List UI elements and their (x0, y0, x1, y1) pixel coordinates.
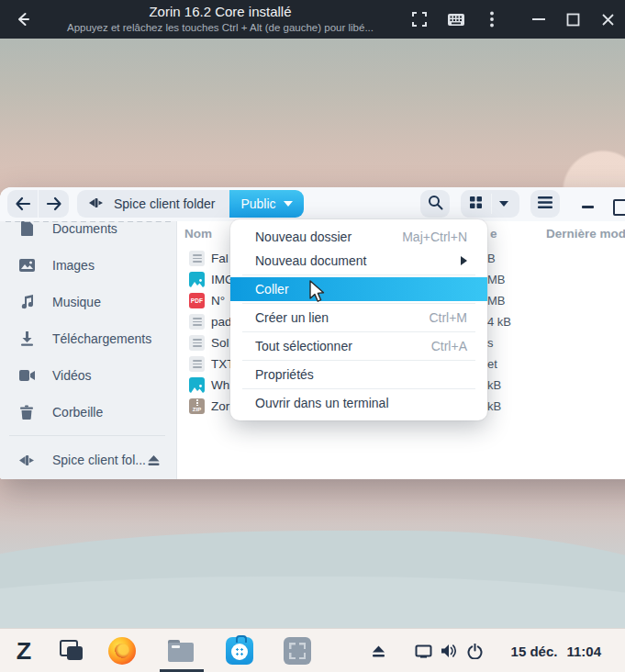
sidebar-item-label: Musique (52, 295, 101, 309)
sidebar-item-label: Documents (52, 221, 117, 236)
sidebar-item-music[interactable]: Musique (0, 284, 176, 320)
maximize-icon[interactable] (561, 7, 585, 31)
kebab-menu-icon[interactable] (480, 7, 504, 31)
text-file-icon (189, 251, 205, 266)
trash-icon (18, 404, 35, 420)
view-mode-split-button[interactable] (461, 190, 519, 218)
download-icon (18, 330, 35, 347)
window-maximize-button[interactable] (613, 199, 625, 216)
menu-item-label: Nouveau document (255, 253, 461, 268)
sidebar-item-documents[interactable]: Documents (0, 221, 176, 247)
column-header-modified[interactable]: Dernière modi (546, 227, 625, 241)
taskbar-clock[interactable]: 15 déc. 11:04 (511, 629, 601, 672)
files-app-button[interactable] (165, 635, 196, 666)
zorin-menu-button[interactable]: Z (8, 635, 39, 666)
window-minimize-button[interactable] (582, 206, 594, 208)
menu-separator (242, 274, 475, 275)
menu-item-label: Propriétés (255, 367, 467, 382)
file-size: MB (487, 294, 506, 308)
file-name: pad (211, 315, 232, 329)
sidebar-item-label: Spice client fol... (52, 453, 146, 467)
window-switcher-button[interactable] (56, 635, 87, 666)
back-arrow-icon[interactable] (11, 7, 35, 31)
pathbar-root-label: Spice client folder (114, 196, 216, 211)
sidebar-item-label: Téléchargements (52, 331, 151, 346)
folder-context-menu: Nouveau dossier Maj+Ctrl+N Nouveau docum… (230, 219, 487, 420)
file-name: Sol (211, 336, 229, 350)
menu-item-label: Ouvrir dans un terminal (255, 396, 467, 410)
sidebar-item-videos[interactable]: Vidéos (0, 357, 176, 394)
file-size: et (487, 357, 497, 371)
menu-item-creer-un-lien[interactable]: Créer un lien Ctrl+M (230, 306, 487, 330)
file-size: kB (487, 399, 501, 413)
file-size: B (487, 252, 496, 265)
volume-icon (441, 644, 457, 658)
eject-icon[interactable] (143, 450, 163, 470)
file-name: Fal (211, 252, 229, 265)
menu-item-label: Coller (255, 282, 467, 297)
image-icon (18, 257, 35, 274)
sidebar-item-images[interactable]: Images (0, 247, 176, 284)
file-size: s (487, 336, 494, 350)
eject-button[interactable] (363, 635, 394, 666)
menu-item-ouvrir-terminal[interactable]: Ouvrir dans un terminal (230, 391, 487, 415)
nav-forward-button[interactable] (39, 190, 69, 218)
display-icon (415, 644, 432, 658)
file-manager-toolbar: Spice client folder Public (0, 187, 625, 222)
folder-icon (167, 639, 195, 663)
menu-separator (242, 331, 475, 332)
keyboard-icon[interactable] (444, 7, 468, 31)
viewer-titlebar: Zorin 16.2 Core installé Appuyez et relâ… (0, 0, 625, 39)
screenshot-tool-icon (284, 637, 311, 665)
drive-icon (89, 196, 104, 212)
viewer-subtitle: Appuyez et relâchez les touches Ctrl + A… (55, 20, 385, 35)
software-store-icon (226, 637, 253, 665)
file-name: N° (211, 294, 225, 308)
column-header-name[interactable]: Nom (184, 227, 212, 241)
places-sidebar: Documents Images Musique (0, 221, 177, 479)
file-size: 4 kB (487, 315, 511, 329)
submenu-arrow-icon (461, 256, 467, 265)
pathbar-root-segment[interactable]: Spice client folder (77, 190, 229, 218)
menu-item-shortcut: Ctrl+M (429, 310, 467, 325)
minimize-icon[interactable] (527, 7, 551, 31)
nav-back-button[interactable] (7, 190, 38, 218)
menu-item-tout-selectionner[interactable]: Tout sélectionner Ctrl+A (230, 334, 487, 358)
chevron-down-icon (499, 201, 508, 207)
power-button[interactable] (459, 635, 490, 666)
close-icon[interactable] (596, 7, 619, 31)
drop-indicator (6, 221, 171, 222)
sidebar-item-downloads[interactable]: Téléchargements (0, 320, 176, 357)
video-icon (18, 367, 35, 384)
sidebar-item-trash[interactable]: Corbeille (0, 394, 176, 431)
firefox-button[interactable] (106, 635, 138, 666)
menu-item-coller[interactable]: Coller (230, 277, 487, 301)
firefox-icon (108, 637, 136, 665)
chevron-down-icon (284, 201, 293, 207)
search-icon (428, 195, 443, 214)
sidebar-item-spice-client-folder[interactable]: Spice client fol... (0, 442, 176, 478)
zorin-logo-icon: Z (17, 638, 32, 665)
power-icon (467, 644, 483, 659)
menu-item-nouveau-document[interactable]: Nouveau document (230, 249, 487, 273)
sidebar-item-label: Images (52, 258, 95, 273)
menu-separator (242, 360, 475, 361)
menu-item-label: Tout sélectionner (255, 339, 431, 353)
search-button[interactable] (420, 190, 450, 218)
menu-item-proprietes[interactable]: Propriétés (230, 363, 487, 386)
image-file-icon (189, 272, 205, 287)
menu-item-label: Nouveau dossier (255, 230, 402, 244)
hamburger-menu-button[interactable] (530, 190, 560, 218)
screenshot-tool-button[interactable] (282, 635, 313, 666)
fullscreen-icon[interactable] (407, 7, 431, 31)
sidebar-item-label: Corbeille (52, 405, 103, 420)
menu-separator (242, 303, 475, 304)
pathbar-current-folder-button[interactable]: Public (229, 190, 304, 218)
text-file-icon (189, 314, 205, 330)
pdf-file-icon: PDF (189, 293, 205, 308)
menu-item-shortcut: Maj+Ctrl+N (402, 230, 467, 244)
music-icon (18, 294, 35, 310)
column-header-size[interactable]: e (490, 227, 497, 241)
software-store-button[interactable] (224, 635, 255, 666)
menu-item-nouveau-dossier[interactable]: Nouveau dossier Maj+Ctrl+N (230, 225, 487, 249)
